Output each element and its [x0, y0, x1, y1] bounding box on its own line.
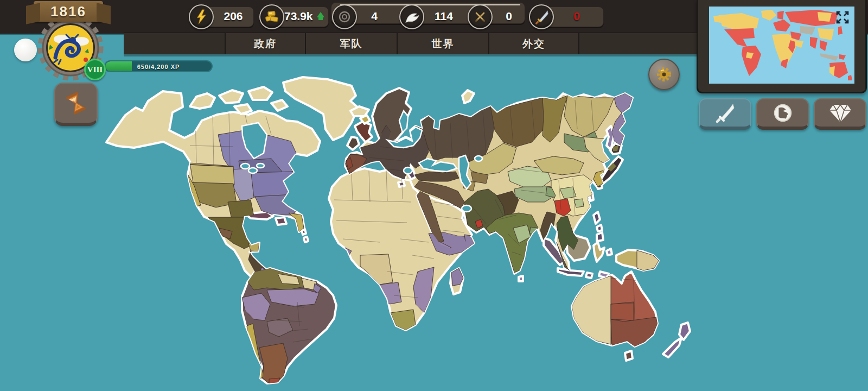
resource-doves[interactable]: 114: [399, 4, 459, 29]
lightning-icon: [189, 4, 214, 29]
globe-icon: [771, 102, 794, 124]
tab-government-label: 政府: [254, 37, 277, 51]
gold-coins-icon: [259, 4, 284, 29]
diamond-icon: [828, 102, 853, 124]
resource-energy[interactable]: 206: [189, 4, 255, 29]
dove-icon: [399, 4, 424, 29]
minimap-panel: [697, 0, 867, 93]
sword-icon: [529, 4, 554, 29]
resource-doves-value: 114: [429, 10, 459, 23]
tab-government[interactable]: 政府: [226, 33, 306, 54]
resource-gold-value: 73.9k: [284, 10, 313, 23]
hourglass-icon: [62, 89, 90, 117]
resource-gold[interactable]: 73.9k: [259, 4, 328, 29]
tab-spacer-left: [124, 33, 226, 54]
tab-army-label: 军队: [340, 37, 363, 51]
sword-icon: [713, 101, 737, 125]
gear-icon: [655, 65, 673, 84]
game-screen: { "player": { "year": "1816", "level": "…: [0, 0, 868, 391]
crossed-swords-icon: [468, 4, 493, 29]
notification-dot[interactable]: [14, 39, 37, 61]
level-badge: VIII: [84, 59, 106, 80]
expand-arrows-icon: [835, 10, 850, 25]
main-menu-tab-bar: 政府 军队 世界 外交: [124, 33, 698, 54]
resource-tokens-value: 4: [360, 10, 388, 23]
world-button[interactable]: [756, 98, 809, 130]
year-value: 1816: [50, 3, 86, 20]
gold-trend-up-icon: [317, 12, 324, 17]
xp-text: 650/4,200 XP: [105, 64, 212, 70]
war-button[interactable]: [699, 98, 751, 130]
tab-spacer-right: [579, 33, 698, 54]
hourglass-button[interactable]: [54, 83, 98, 126]
resource-battles-value: 0: [496, 10, 522, 23]
minimap-expand-button[interactable]: [835, 10, 850, 25]
tab-army[interactable]: 军队: [306, 33, 398, 54]
minimap-world: [709, 7, 854, 84]
premium-button[interactable]: [814, 98, 866, 130]
year-banner: 1816: [34, 1, 103, 22]
xp-bar: 650/4,200 XP: [104, 60, 213, 72]
settings-button[interactable]: [648, 59, 680, 90]
resource-tokens[interactable]: 4: [332, 4, 392, 29]
tab-world[interactable]: 世界: [398, 33, 489, 54]
tab-world-label: 世界: [432, 37, 455, 51]
resource-wars-value: 0: [560, 10, 593, 23]
ring-coin-icon: [332, 4, 357, 29]
minimap[interactable]: [709, 7, 854, 84]
tab-diplomacy[interactable]: 外交: [489, 33, 579, 54]
level-value: VIII: [87, 65, 103, 74]
tab-diplomacy-label: 外交: [522, 37, 545, 51]
resource-energy-value: 206: [217, 10, 250, 23]
resource-wars[interactable]: 0: [529, 4, 605, 29]
resource-battles[interactable]: 0: [468, 4, 522, 29]
